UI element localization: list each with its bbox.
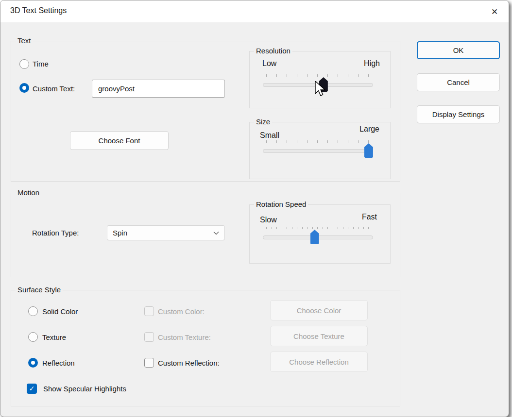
time-radio[interactable] (19, 59, 29, 69)
resolution-max-label: High (364, 59, 380, 68)
title-bar[interactable]: 3D Text Settings ✕ (0, 0, 509, 22)
custom-texture-checkbox (144, 332, 154, 342)
custom-text-radio[interactable] (19, 83, 29, 93)
size-slider-track[interactable] (263, 149, 373, 153)
rotation-speed-slider-thumb[interactable] (310, 230, 319, 244)
resolution-min-label: Low (262, 59, 276, 68)
custom-reflection-checkbox[interactable] (144, 358, 154, 368)
rotation-type-label: Rotation Type: (32, 229, 79, 237)
custom-reflection-checkbox-label[interactable]: Custom Reflection: (158, 359, 220, 367)
custom-text-radio-label[interactable]: Custom Text: (33, 84, 75, 93)
size-slider-ticks (266, 140, 369, 143)
choose-font-button[interactable]: Choose Font (70, 131, 169, 150)
text-group-label: Text (16, 36, 33, 45)
choose-reflection-button: Choose Reflection (270, 352, 368, 372)
reflection-radio-label[interactable]: Reflection (42, 359, 75, 367)
choose-texture-button: Choose Texture (270, 326, 368, 346)
speed-max-label: Fast (362, 213, 377, 221)
size-max-label: Large (359, 125, 379, 134)
chevron-down-icon (213, 231, 219, 235)
rotation-speed-group-label: Rotation Speed (254, 200, 308, 208)
show-specular-highlights-label[interactable]: Show Specular Highlights (43, 385, 126, 393)
resolution-slider-ticks (266, 74, 369, 77)
surface-style-group-label: Surface Style (16, 286, 63, 294)
reflection-radio[interactable] (28, 358, 38, 368)
custom-texture-checkbox-label: Custom Texture: (158, 333, 211, 341)
rotation-type-dropdown[interactable]: Spin (107, 225, 225, 240)
custom-color-checkbox (144, 306, 154, 316)
resolution-slider[interactable] (263, 73, 373, 96)
resolution-slider-track[interactable] (263, 83, 373, 87)
size-min-label: Small (260, 131, 279, 140)
close-icon[interactable]: ✕ (486, 4, 503, 19)
solid-color-radio-label[interactable]: Solid Color (42, 307, 78, 316)
texture-radio[interactable] (28, 332, 38, 342)
solid-color-radio[interactable] (28, 306, 38, 316)
show-specular-highlights-checkbox[interactable]: ✓ (27, 384, 37, 394)
rotation-speed-slider[interactable] (263, 226, 373, 248)
size-slider[interactable] (263, 139, 373, 162)
rotation-type-value: Spin (113, 229, 127, 237)
custom-text-input[interactable] (92, 80, 225, 98)
custom-color-checkbox-label: Custom Color: (158, 307, 205, 316)
size-group-label: Size (254, 118, 272, 126)
choose-color-button: Choose Color (270, 300, 368, 320)
motion-group-label: Motion (16, 188, 41, 197)
time-radio-label[interactable]: Time (33, 60, 49, 68)
resolution-group-label: Resolution (254, 47, 292, 55)
speed-min-label: Slow (260, 216, 277, 224)
resolution-slider-thumb[interactable] (319, 77, 328, 92)
window-title: 3D Text Settings (10, 6, 67, 15)
rotation-speed-slider-ticks (266, 227, 369, 229)
size-slider-thumb[interactable] (364, 143, 373, 158)
ok-button[interactable]: OK (417, 41, 500, 59)
3d-text-settings-dialog: 3D Text Settings ✕ Text Time Custom Text… (0, 0, 509, 417)
cancel-button[interactable]: Cancel (417, 73, 500, 91)
texture-radio-label[interactable]: Texture (42, 333, 66, 341)
display-settings-button[interactable]: Display Settings (417, 105, 500, 123)
